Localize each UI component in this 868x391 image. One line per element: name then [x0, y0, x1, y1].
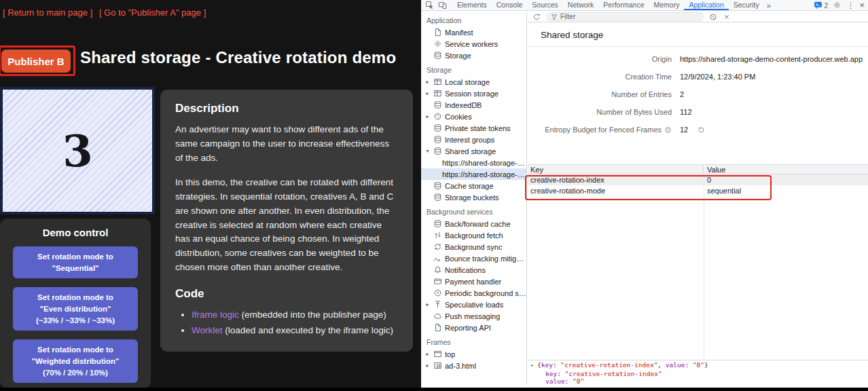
sidebar-item-shared-storage[interactable]: ▾Shared storage	[421, 145, 526, 157]
chevron-right-icon[interactable]: ▸	[424, 301, 431, 308]
demo-buttons: Set rotation mode to"Sequential"Set rota…	[10, 246, 141, 383]
go-publisher-a-link[interactable]: [ Go to "Publisher A" page ]	[99, 7, 206, 18]
column-header-key[interactable]: Key	[528, 165, 704, 174]
set-rotation-weighted-distribution-button[interactable]: Set rotation mode to"Weighted distributi…	[13, 339, 138, 383]
spacer	[528, 138, 868, 164]
column-header-value[interactable]: Value	[704, 166, 725, 174]
close-devtools-icon[interactable]: ×	[859, 0, 865, 10]
bell-icon	[433, 265, 442, 274]
chevron-down-icon[interactable]: ▾	[424, 148, 431, 154]
tab-console[interactable]: Console	[492, 0, 528, 10]
storage-toolbar: Filter	[528, 12, 868, 22]
sidebar-item-shared-storage-origin-1[interactable]: https://shared-storage-d…	[421, 157, 526, 168]
chevron-right-icon[interactable]: ▸	[424, 113, 431, 119]
sidebar-item-local-storage[interactable]: ▸Local storage	[421, 76, 526, 88]
more-tabs-chevron[interactable]: »	[764, 1, 774, 10]
reset-icon[interactable]	[698, 126, 705, 134]
tab-memory[interactable]: Memory	[649, 0, 684, 10]
sidebar-item-background-fetch[interactable]: Background fetch	[421, 229, 526, 241]
tabbar-right-controls: 2 ⋮ ×	[814, 0, 868, 10]
sidebar-item-payment-handler[interactable]: Payment handler	[421, 276, 526, 287]
sidebar-item-storage-buckets[interactable]: Storage buckets	[421, 191, 526, 203]
sidebar-item-frame-top[interactable]: ▸top	[421, 348, 526, 360]
console-count-icon	[814, 1, 822, 10]
cloud-icon	[433, 312, 442, 320]
devtools-panel: ElementsConsoleSourcesNetworkPerformance…	[421, 0, 868, 388]
device-toolbar-icon[interactable]	[438, 1, 447, 10]
console-message-badge[interactable]: 2	[814, 1, 829, 10]
sidebar-item-notifications[interactable]: Notifications	[421, 264, 526, 276]
sidebar-item-manifest[interactable]: Manifest	[421, 26, 526, 38]
tab-application[interactable]: Application	[684, 0, 728, 10]
publisher-b-badge: Publisher B	[1, 50, 71, 73]
database-icon	[433, 147, 442, 155]
sidebar-item-shared-storage-origin-2[interactable]: https://shared-storage-d…	[421, 168, 526, 180]
sidebar-item-label: Push messaging	[445, 312, 500, 320]
sidebar-item-label: Background sync	[445, 243, 502, 251]
cell-key: creative-rotation-index	[528, 176, 704, 184]
table-row[interactable]: creative-rotation-index0	[528, 174, 868, 185]
sidebar-item-service-workers[interactable]: Service workers	[421, 38, 526, 50]
sidebar-item-label: Payment handler	[445, 278, 501, 286]
inspect-icon[interactable]	[425, 1, 434, 10]
preview-line: key: "creative-rotation-index"	[545, 370, 865, 378]
tab-performance[interactable]: Performance	[598, 0, 649, 10]
sidebar-item-speculative-loads[interactable]: ▸Speculative loads	[421, 299, 526, 310]
return-main-page-link[interactable]: [ Return to main page ]	[3, 7, 92, 18]
sidebar-item-reporting-api[interactable]: Reporting API	[421, 322, 526, 333]
iframe-logic-link[interactable]: Iframe logic	[192, 310, 239, 320]
sidebar-item-periodic-background-sync[interactable]: Periodic background s…	[421, 287, 526, 299]
chevron-right-icon[interactable]: ▸	[424, 362, 431, 369]
sidebar-item-push-messaging[interactable]: Push messaging	[421, 310, 526, 322]
sidebar-item-storage[interactable]: Storage	[421, 50, 526, 61]
chevron-right-icon[interactable]: ▸	[424, 79, 431, 85]
database-icon	[433, 219, 442, 228]
sidebar-item-label: ad-3.html	[445, 362, 476, 370]
sidebar-item-interest-groups[interactable]: Interest groups	[421, 134, 526, 145]
preview-details: key: "creative-rotation-index"value: "0"	[530, 370, 865, 385]
page-title: Shared storage - Creative rotation demo	[80, 48, 396, 67]
tab-network[interactable]: Network	[563, 0, 599, 10]
database-icon	[433, 181, 442, 190]
shared-storage-heading: Shared storage	[528, 22, 868, 47]
sidebar-item-label: Interest groups	[445, 136, 494, 144]
sidebar-item-label: Shared storage	[445, 147, 496, 155]
sidebar-item-label: Speculative loads	[445, 301, 503, 309]
sidebar-item-private-state-tokens[interactable]: Private state tokens	[421, 122, 526, 134]
kebab-menu-icon[interactable]: ⋮	[846, 1, 854, 10]
description-heading: Description	[175, 102, 398, 115]
metadata-value: 112	[680, 108, 692, 116]
page-nav: [ Return to main page ] [ Go to "Publish…	[3, 7, 210, 18]
clear-all-icon[interactable]	[709, 13, 717, 21]
demo-control-panel: Demo control Set rotation mode to"Sequen…	[0, 219, 151, 388]
sidebar-item-session-storage[interactable]: ▸Session storage	[421, 88, 526, 99]
tab-security[interactable]: Security	[729, 0, 764, 10]
filter-placeholder: Filter	[560, 14, 575, 20]
tab-sources[interactable]: Sources	[527, 0, 563, 10]
info-icon[interactable]	[664, 126, 672, 134]
sidebar-item-cache-storage[interactable]: Cache storage	[421, 180, 526, 191]
worklet-link[interactable]: Worklet	[192, 325, 223, 335]
sidebar-item-back-forward-cache[interactable]: Back/forward cache	[421, 218, 526, 229]
chevron-right-icon[interactable]: ▸	[424, 90, 431, 96]
filter-input[interactable]: Filter	[546, 12, 704, 21]
sidebar-section-title: Background services	[421, 203, 526, 218]
code-bullet: Iframe logic (embedded into the publishe…	[192, 308, 398, 322]
tab-elements[interactable]: Elements	[452, 0, 492, 10]
delete-selected-icon[interactable]	[723, 13, 731, 21]
sidebar-item-bounce-tracking-mitigations[interactable]: Bounce tracking mitiga…	[421, 253, 526, 264]
sidebar-item-indexeddb[interactable]: IndexedDB	[421, 99, 526, 111]
sidebar-item-cookies[interactable]: ▸Cookies	[421, 111, 526, 122]
expand-arrow-icon[interactable]: ▾	[530, 362, 537, 370]
table-row[interactable]: creative-rotation-modesequential	[528, 185, 868, 196]
chevron-right-icon[interactable]: ▸	[424, 351, 431, 357]
settings-gear-icon[interactable]	[833, 1, 842, 10]
sidebar-item-background-sync[interactable]: Background sync	[421, 241, 526, 253]
code-bullet-list: Iframe logic (embedded into the publishe…	[192, 308, 398, 338]
sidebar-item-frame-ad-3[interactable]: ▸ad-3.html	[421, 360, 526, 371]
refresh-icon[interactable]	[532, 13, 541, 21]
sidebar-item-label: Background fetch	[445, 231, 503, 240]
set-rotation-sequential-button[interactable]: Set rotation mode to"Sequential"	[13, 246, 138, 278]
demo-control-title: Demo control	[10, 227, 141, 238]
set-rotation-even-distribution-button[interactable]: Set rotation mode to"Even distribution"(…	[13, 287, 138, 331]
